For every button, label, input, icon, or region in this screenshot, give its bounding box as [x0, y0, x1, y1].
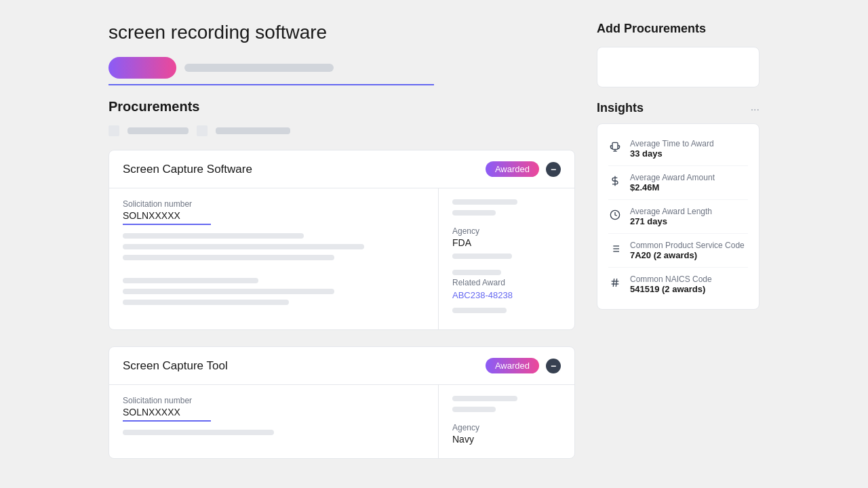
insights-title: Insights — [597, 101, 644, 115]
insight-label-2: Average Award Length — [630, 207, 712, 216]
card-2-right: Agency Navy — [439, 385, 574, 458]
card-2-title: Screen Capture Tool — [123, 359, 228, 373]
card-1-sol-label: Solicitation number — [123, 199, 425, 209]
card-1-remove-button[interactable]: − — [546, 162, 561, 177]
card-1-placeholder-1 — [123, 233, 304, 239]
card-2-agency-value: Navy — [452, 434, 561, 445]
card-1-left: Solicitation number SOLNXXXXX — [109, 188, 439, 329]
card-2-right-ph-1 — [452, 396, 517, 401]
dollar-icon — [608, 174, 622, 188]
add-procurements-box[interactable] — [597, 47, 760, 87]
card-1-right-ph-2 — [452, 210, 496, 216]
procurement-card-1: Screen Capture Software Awarded − Solici… — [108, 150, 575, 330]
page-title: screen recording software — [108, 22, 575, 43]
insight-text-4: Common NAICS Code 541519 (2 awards) — [630, 274, 712, 294]
trophy-icon — [608, 140, 622, 154]
insight-item-4: Common NAICS Code 541519 (2 awards) — [608, 268, 748, 301]
search-bar-row — [108, 57, 575, 79]
card-1-header-right: Awarded − — [486, 161, 561, 177]
search-pill-active[interactable] — [108, 57, 176, 79]
filter-checkbox-1[interactable] — [108, 125, 119, 136]
insight-item-1: Average Award Amount $2.46M — [608, 166, 748, 200]
insight-value-2: 271 days — [630, 216, 712, 226]
card-1-sol-underline — [123, 224, 211, 225]
add-procurements-title: Add Procurements — [597, 22, 760, 36]
card-2-sol-label: Solicitation number — [123, 396, 425, 405]
insight-label-3: Common Product Service Code — [630, 241, 745, 250]
insight-value-1: $2.46M — [630, 182, 715, 192]
card-1-related-value[interactable]: ABC238-48238 — [452, 290, 513, 300]
insight-text-2: Average Award Length 271 days — [630, 207, 712, 226]
card-1-right-ph-1 — [452, 199, 517, 205]
card-1-agency-label: Agency — [452, 226, 561, 236]
insights-card: Average Time to Award 33 days Average Aw… — [597, 123, 760, 310]
card-1-placeholder-2 — [123, 244, 364, 249]
card-1-body: Solicitation number SOLNXXXXX — [109, 188, 574, 329]
insight-label-0: Average Time to Award — [630, 139, 714, 148]
insight-text-3: Common Product Service Code 7A20 (2 awar… — [630, 241, 745, 260]
insight-label-1: Average Award Amount — [630, 173, 715, 182]
search-pill-inactive[interactable] — [184, 64, 334, 72]
card-1-right-ph-3 — [452, 253, 512, 259]
card-2-placeholder-1 — [123, 430, 274, 435]
insight-item-2: Average Award Length 271 days — [608, 200, 748, 234]
card-2-left: Solicitation number SOLNXXXXX — [109, 385, 439, 458]
card-2-header: Screen Capture Tool Awarded − — [109, 347, 574, 385]
filter-checkbox-2[interactable] — [197, 125, 208, 136]
insight-text-1: Average Award Amount $2.46M — [630, 173, 715, 192]
insight-label-4: Common NAICS Code — [630, 274, 712, 284]
insight-value-4: 541519 (2 awards) — [630, 284, 712, 294]
card-1-placeholder-5 — [123, 289, 334, 294]
card-1-placeholder-6 — [123, 300, 289, 305]
insight-item-0: Average Time to Award 33 days — [608, 132, 748, 166]
svg-line-11 — [613, 279, 614, 287]
card-1-right: Agency FDA Related Award ABC238-48238 — [439, 188, 574, 329]
card-2-right-ph-2 — [452, 407, 496, 412]
insights-more-icon[interactable]: ··· — [751, 104, 760, 116]
insights-header-row: Insights ··· — [597, 101, 760, 118]
card-1-related-label: Related Award — [452, 278, 561, 287]
list-icon — [608, 242, 622, 256]
card-2-sol-underline — [123, 420, 211, 422]
card-1-title: Screen Capture Software — [123, 163, 252, 176]
insight-value-3: 7A20 (2 awards) — [630, 250, 745, 260]
card-1-sol-value: SOLNXXXXX — [123, 210, 425, 221]
hash-icon — [608, 276, 622, 289]
procurement-card-2: Screen Capture Tool Awarded − Solicitati… — [108, 346, 575, 459]
card-2-body: Solicitation number SOLNXXXXX Agency Nav… — [109, 385, 574, 458]
card-1-placeholder-3 — [123, 255, 334, 260]
card-2-header-right: Awarded − — [486, 358, 561, 373]
insight-value-0: 33 days — [630, 148, 714, 159]
card-1-awarded-badge: Awarded — [486, 161, 539, 177]
card-1-agency-value: FDA — [452, 237, 561, 248]
procurements-section-title: Procurements — [108, 99, 575, 115]
card-1-right-ph-4 — [452, 270, 501, 275]
right-panel: Add Procurements Insights ··· — [597, 22, 760, 466]
card-1-header: Screen Capture Software Awarded − — [109, 150, 574, 188]
card-2-remove-button[interactable]: − — [546, 359, 561, 373]
svg-line-12 — [616, 279, 616, 287]
card-2-agency-label: Agency — [452, 423, 561, 432]
card-2-awarded-badge: Awarded — [486, 358, 539, 373]
clock-icon — [608, 208, 622, 222]
svg-rect-0 — [612, 142, 618, 149]
insight-text-0: Average Time to Award 33 days — [630, 139, 714, 159]
insight-item-3: Common Product Service Code 7A20 (2 awar… — [608, 234, 748, 268]
main-content: screen recording software Procurements S… — [108, 22, 575, 466]
search-underline — [108, 84, 434, 85]
filter-row — [108, 125, 575, 136]
card-2-sol-value: SOLNXXXXX — [123, 407, 425, 418]
filter-bar-1 — [127, 127, 189, 134]
filter-bar-2 — [216, 127, 290, 134]
card-1-placeholder-4 — [123, 278, 258, 283]
card-1-right-ph-5 — [452, 308, 507, 313]
